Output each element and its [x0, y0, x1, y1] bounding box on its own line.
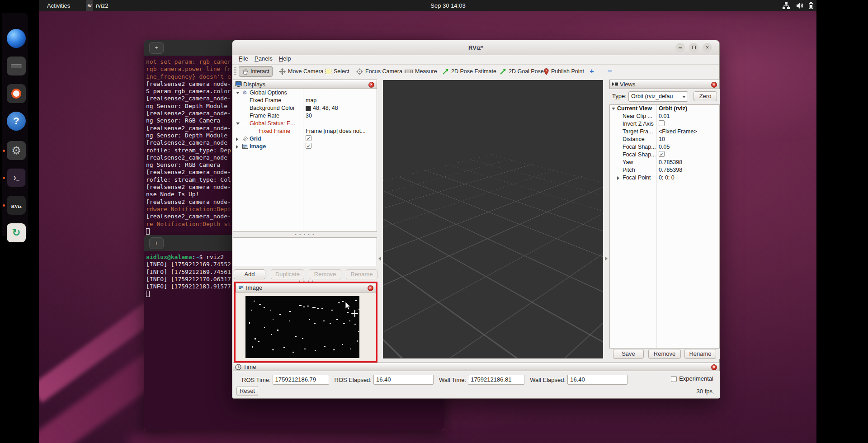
- tree-row-current-view[interactable]: Current ViewOrbit (rviz): [610, 105, 719, 113]
- expand-arrow-icon[interactable]: [236, 92, 240, 94]
- wall-time-input[interactable]: 1759212186.81: [468, 375, 524, 385]
- toolbar-drag-handle[interactable]: [234, 67, 236, 76]
- tree-row-global-options[interactable]: ⚙Global Options: [233, 89, 377, 97]
- checkbox-unchecked[interactable]: [659, 120, 665, 126]
- checkbox-checked[interactable]: ✓: [659, 151, 665, 157]
- tool-interact[interactable]: Interact: [239, 66, 273, 77]
- checkbox-checked[interactable]: ✓: [306, 135, 311, 141]
- window-resize-grip[interactable]: ⋱: [713, 392, 717, 397]
- new-tab-button[interactable]: +: [149, 237, 164, 249]
- checkbox-checked[interactable]: ✓: [306, 143, 311, 149]
- save-button-views[interactable]: Save: [613, 349, 644, 359]
- tool-minus[interactable]: −: [607, 66, 613, 77]
- software-updater-icon[interactable]: ↻: [7, 223, 26, 242]
- tree-row-yaw[interactable]: Yaw0.785398: [610, 159, 719, 166]
- tool-2d-goal-pose[interactable]: 2D Goal Pose: [497, 66, 547, 77]
- tree-row-pitch[interactable]: Pitch0.785398: [610, 166, 719, 174]
- maximize-button[interactable]: [689, 43, 698, 52]
- move-icon: [279, 68, 286, 75]
- minimize-button[interactable]: [675, 43, 685, 52]
- terminal-icon[interactable]: ❯_: [7, 168, 26, 187]
- duplicate-button[interactable]: Duplicate: [271, 269, 304, 279]
- tree-row-target-fra-[interactable]: Target Fra...<Fixed Frame>: [610, 128, 719, 136]
- image-speck: [299, 305, 302, 306]
- image-speck: [350, 349, 351, 349]
- menu-file[interactable]: File: [239, 55, 248, 62]
- activities-button[interactable]: Activities: [47, 0, 70, 11]
- ros-elapsed-input[interactable]: 16.40: [373, 375, 434, 385]
- settings-icon[interactable]: ⚙: [7, 141, 26, 160]
- focused-app-name[interactable]: rviz2: [96, 0, 108, 11]
- tree-row-grid[interactable]: Grid✓: [233, 135, 377, 143]
- remove-button[interactable]: Remove: [309, 269, 341, 279]
- tree-row-focal-shap-[interactable]: Focal Shap...✓: [610, 151, 719, 159]
- help-icon[interactable]: ?: [7, 112, 26, 131]
- expand-arrow-icon[interactable]: [236, 123, 240, 125]
- battery-icon[interactable]: [809, 2, 817, 9]
- ros-time-input[interactable]: 1759212186.79: [273, 375, 329, 385]
- view-type-dropdown[interactable]: Orbit (rviz_defau: [628, 91, 688, 102]
- rviz-icon[interactable]: RViz: [7, 196, 26, 215]
- views-panel-header[interactable]: Views ×: [609, 80, 720, 89]
- tool-measure[interactable]: Measure: [402, 66, 440, 77]
- row-value: <Fixed Frame>: [659, 128, 697, 136]
- clock[interactable]: Sep 30 14:03: [421, 0, 475, 11]
- tree-row-invert-z-axis[interactable]: Invert Z Axis: [610, 120, 719, 128]
- tree-row-frame-rate[interactable]: Frame Rate30: [233, 112, 377, 120]
- image-speck: [277, 330, 278, 331]
- network-icon[interactable]: [783, 2, 791, 9]
- zero-button[interactable]: Zero: [693, 91, 717, 101]
- tree-row-fixed-frame[interactable]: Fixed Framemap: [233, 97, 377, 104]
- tree-row-distance[interactable]: Distance10: [610, 136, 719, 143]
- view-type-row: Type: Orbit (rviz_defau Zero: [609, 90, 720, 104]
- rename-button-views[interactable]: Rename: [684, 349, 716, 359]
- file-cabinet-icon[interactable]: [7, 57, 26, 75]
- add-button[interactable]: Add: [234, 269, 265, 279]
- tool-select[interactable]: Select: [323, 66, 352, 77]
- close-icon[interactable]: ×: [711, 82, 717, 88]
- tree-row-image[interactable]: Image✓: [233, 143, 377, 151]
- terminal-cursor: [146, 291, 150, 297]
- image-panel-header[interactable]: Image ×: [236, 283, 376, 292]
- tree-row-focal-point[interactable]: Focal Point0; 0; 0: [610, 174, 719, 182]
- tree-row-background-color[interactable]: Background Color48; 48; 48: [233, 104, 377, 112]
- close-button[interactable]: ×: [703, 43, 712, 52]
- firefox-icon[interactable]: [7, 29, 26, 48]
- wall-elapsed-input[interactable]: 16.40: [567, 375, 627, 385]
- new-tab-button[interactable]: +: [149, 42, 164, 54]
- tool-plus[interactable]: +: [589, 66, 595, 77]
- splitter-collapse-left-icon[interactable]: [378, 256, 381, 261]
- remove-button-views[interactable]: Remove: [648, 349, 681, 359]
- close-icon[interactable]: ×: [711, 364, 717, 370]
- splitter-collapse-right-icon[interactable]: [605, 256, 608, 261]
- rename-button[interactable]: Rename: [346, 269, 377, 279]
- menu-panels[interactable]: Panels: [255, 55, 273, 62]
- row-label: Distance: [623, 136, 645, 143]
- ubuntu-software-icon[interactable]: [7, 84, 26, 103]
- expand-arrow-icon[interactable]: [617, 176, 619, 180]
- tree-row-global-status-e-[interactable]: Global Status: E...: [233, 120, 377, 127]
- title-bar[interactable]: RViz* ×: [232, 40, 719, 55]
- color-swatch[interactable]: [306, 106, 311, 111]
- close-icon[interactable]: ×: [368, 82, 374, 88]
- tree-row-focal-shap-[interactable]: Focal Shap...0.05: [610, 143, 719, 151]
- tree-row-fixed-frame[interactable]: Fixed FrameFrame [map] does not...: [233, 127, 377, 135]
- experimental-checkbox[interactable]: [671, 376, 677, 382]
- expand-arrow-icon[interactable]: [236, 145, 238, 149]
- tool-move-camera[interactable]: Move Camera: [276, 66, 326, 77]
- menu-help[interactable]: Help: [279, 55, 291, 62]
- splitter-handle[interactable]: • • • • •: [233, 233, 377, 237]
- render-viewport-3d[interactable]: [383, 80, 603, 358]
- time-panel-header[interactable]: Time ×: [233, 363, 720, 371]
- close-icon[interactable]: ×: [368, 285, 373, 291]
- expand-arrow-icon[interactable]: [236, 137, 238, 141]
- tool-publish-point[interactable]: Publish Point: [541, 66, 587, 77]
- running-indicator-dot: [3, 150, 5, 152]
- volume-icon[interactable]: [796, 2, 804, 9]
- tool-2d-pose-estimate[interactable]: 2D Pose Estimate: [439, 66, 499, 77]
- expand-arrow-icon[interactable]: [612, 108, 615, 110]
- tool-focus-camera[interactable]: Focus Camera: [354, 66, 405, 77]
- displays-panel-header[interactable]: Displays ×: [233, 80, 377, 89]
- tree-row-near-clip-[interactable]: Near Clip ...0.01: [610, 113, 719, 120]
- reset-button[interactable]: Reset: [236, 386, 258, 396]
